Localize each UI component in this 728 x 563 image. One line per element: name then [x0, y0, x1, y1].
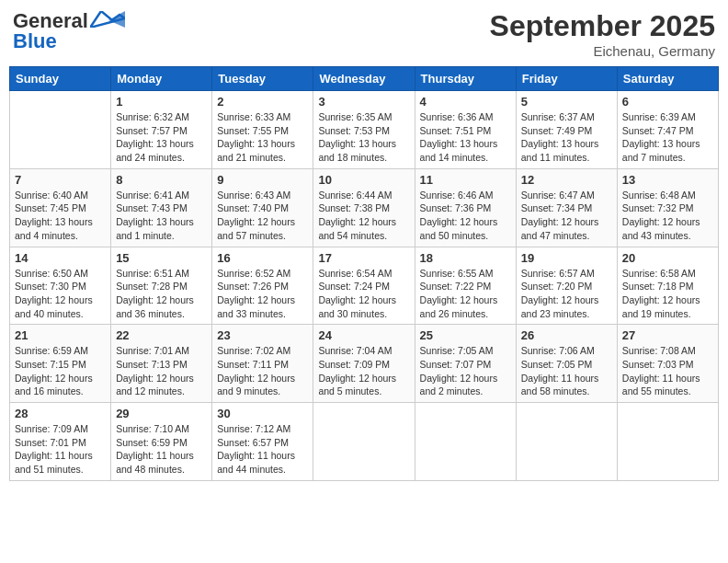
day-number: 22 — [116, 328, 207, 342]
calendar-week-row: 1Sunrise: 6:32 AM Sunset: 7:57 PM Daylig… — [10, 91, 719, 169]
day-number: 24 — [318, 328, 409, 342]
calendar-cell: 28Sunrise: 7:09 AM Sunset: 7:01 PM Dayli… — [10, 403, 111, 481]
calendar-header-row: SundayMondayTuesdayWednesdayThursdayFrid… — [10, 67, 719, 91]
calendar-cell: 22Sunrise: 7:01 AM Sunset: 7:13 PM Dayli… — [111, 325, 212, 403]
day-info: Sunrise: 6:55 AM Sunset: 7:22 PM Dayligh… — [420, 267, 511, 321]
calendar-cell: 27Sunrise: 7:08 AM Sunset: 7:03 PM Dayli… — [617, 325, 718, 403]
day-number: 8 — [116, 173, 207, 187]
day-info: Sunrise: 6:59 AM Sunset: 7:15 PM Dayligh… — [15, 344, 106, 398]
calendar-cell: 11Sunrise: 6:46 AM Sunset: 7:36 PM Dayli… — [415, 168, 516, 247]
day-number: 6 — [622, 95, 713, 109]
day-number: 13 — [622, 173, 713, 187]
calendar-cell: 25Sunrise: 7:05 AM Sunset: 7:07 PM Dayli… — [415, 325, 516, 403]
calendar-cell: 23Sunrise: 7:02 AM Sunset: 7:11 PM Dayli… — [212, 325, 313, 403]
day-number: 9 — [217, 173, 308, 187]
day-info: Sunrise: 6:37 AM Sunset: 7:49 PM Dayligh… — [521, 110, 612, 165]
calendar-cell: 2Sunrise: 6:33 AM Sunset: 7:55 PM Daylig… — [212, 91, 313, 169]
calendar-cell: 19Sunrise: 6:57 AM Sunset: 7:20 PM Dayli… — [516, 247, 617, 325]
day-number: 2 — [217, 95, 308, 109]
day-number: 21 — [15, 328, 106, 342]
page-header: General Blue September 2025 Eichenau, Ge… — [9, 9, 719, 59]
day-info: Sunrise: 6:32 AM Sunset: 7:57 PM Dayligh… — [116, 110, 207, 165]
day-number: 28 — [15, 407, 106, 420]
day-number: 29 — [116, 407, 207, 420]
day-number: 15 — [116, 251, 207, 265]
calendar-cell: 6Sunrise: 6:39 AM Sunset: 7:47 PM Daylig… — [617, 91, 718, 169]
day-info: Sunrise: 7:10 AM Sunset: 6:59 PM Dayligh… — [116, 422, 207, 477]
calendar-cell: 13Sunrise: 6:48 AM Sunset: 7:32 PM Dayli… — [617, 168, 718, 247]
day-info: Sunrise: 6:54 AM Sunset: 7:24 PM Dayligh… — [318, 267, 409, 321]
calendar-cell: 10Sunrise: 6:44 AM Sunset: 7:38 PM Dayli… — [313, 168, 415, 247]
calendar-cell: 26Sunrise: 7:06 AM Sunset: 7:05 PM Dayli… — [516, 325, 617, 403]
calendar-cell: 21Sunrise: 6:59 AM Sunset: 7:15 PM Dayli… — [10, 325, 111, 403]
day-info: Sunrise: 6:46 AM Sunset: 7:36 PM Dayligh… — [420, 189, 511, 243]
day-info: Sunrise: 6:48 AM Sunset: 7:32 PM Dayligh… — [622, 189, 713, 243]
day-info: Sunrise: 6:57 AM Sunset: 7:20 PM Dayligh… — [521, 267, 612, 321]
calendar-cell: 3Sunrise: 6:35 AM Sunset: 7:53 PM Daylig… — [313, 91, 415, 169]
calendar-week-row: 14Sunrise: 6:50 AM Sunset: 7:30 PM Dayli… — [10, 247, 719, 325]
calendar-cell: 29Sunrise: 7:10 AM Sunset: 6:59 PM Dayli… — [111, 403, 212, 481]
calendar-cell: 18Sunrise: 6:55 AM Sunset: 7:22 PM Dayli… — [415, 247, 516, 325]
day-info: Sunrise: 6:44 AM Sunset: 7:38 PM Dayligh… — [318, 189, 409, 243]
weekday-header: Monday — [111, 67, 212, 91]
weekday-header: Saturday — [617, 67, 718, 91]
calendar-cell: 1Sunrise: 6:32 AM Sunset: 7:57 PM Daylig… — [111, 91, 212, 169]
title-block: September 2025 Eichenau, Germany — [490, 9, 715, 59]
weekday-header: Wednesday — [313, 67, 415, 91]
calendar-cell: 30Sunrise: 7:12 AM Sunset: 6:57 PM Dayli… — [212, 403, 313, 481]
day-info: Sunrise: 6:58 AM Sunset: 7:18 PM Dayligh… — [622, 267, 713, 321]
calendar-cell — [617, 403, 718, 481]
day-number: 20 — [622, 251, 713, 265]
calendar-cell: 8Sunrise: 6:41 AM Sunset: 7:43 PM Daylig… — [111, 168, 212, 247]
calendar-cell: 9Sunrise: 6:43 AM Sunset: 7:40 PM Daylig… — [212, 168, 313, 247]
day-number: 5 — [521, 95, 612, 109]
day-number: 16 — [217, 251, 308, 265]
day-number: 25 — [420, 328, 511, 342]
day-number: 27 — [622, 328, 713, 342]
logo-blue: Blue — [13, 29, 57, 53]
day-number: 1 — [116, 95, 207, 109]
weekday-header: Friday — [516, 67, 617, 91]
calendar-week-row: 7Sunrise: 6:40 AM Sunset: 7:45 PM Daylig… — [10, 168, 719, 247]
day-number: 10 — [318, 173, 409, 187]
day-number: 12 — [521, 173, 612, 187]
calendar-cell — [10, 91, 111, 169]
calendar-cell: 7Sunrise: 6:40 AM Sunset: 7:45 PM Daylig… — [10, 168, 111, 247]
day-number: 18 — [420, 251, 511, 265]
day-info: Sunrise: 6:43 AM Sunset: 7:40 PM Dayligh… — [217, 189, 308, 243]
day-info: Sunrise: 7:12 AM Sunset: 6:57 PM Dayligh… — [217, 422, 308, 477]
location: Eichenau, Germany — [490, 43, 715, 59]
day-number: 3 — [318, 95, 409, 109]
svg-marker-1 — [108, 11, 125, 28]
day-number: 7 — [15, 173, 106, 187]
logo-icon — [90, 11, 125, 28]
calendar-cell: 4Sunrise: 6:36 AM Sunset: 7:51 PM Daylig… — [415, 91, 516, 169]
day-info: Sunrise: 6:35 AM Sunset: 7:53 PM Dayligh… — [318, 110, 409, 165]
day-info: Sunrise: 7:02 AM Sunset: 7:11 PM Dayligh… — [217, 344, 308, 398]
calendar-cell — [415, 403, 516, 481]
day-info: Sunrise: 6:41 AM Sunset: 7:43 PM Dayligh… — [116, 189, 207, 243]
weekday-header: Sunday — [10, 67, 111, 91]
day-info: Sunrise: 7:04 AM Sunset: 7:09 PM Dayligh… — [318, 344, 409, 398]
day-number: 4 — [420, 95, 511, 109]
calendar-cell: 24Sunrise: 7:04 AM Sunset: 7:09 PM Dayli… — [313, 325, 415, 403]
day-number: 26 — [521, 328, 612, 342]
calendar-cell: 20Sunrise: 6:58 AM Sunset: 7:18 PM Dayli… — [617, 247, 718, 325]
weekday-header: Thursday — [415, 67, 516, 91]
day-number: 11 — [420, 173, 511, 187]
calendar-table: SundayMondayTuesdayWednesdayThursdayFrid… — [9, 66, 719, 481]
calendar-cell — [516, 403, 617, 481]
day-info: Sunrise: 6:52 AM Sunset: 7:26 PM Dayligh… — [217, 267, 308, 321]
day-info: Sunrise: 6:39 AM Sunset: 7:47 PM Dayligh… — [622, 110, 713, 165]
day-info: Sunrise: 7:09 AM Sunset: 7:01 PM Dayligh… — [15, 422, 106, 477]
day-info: Sunrise: 6:33 AM Sunset: 7:55 PM Dayligh… — [217, 110, 308, 165]
day-number: 30 — [217, 407, 308, 420]
day-info: Sunrise: 7:05 AM Sunset: 7:07 PM Dayligh… — [420, 344, 511, 398]
weekday-header: Tuesday — [212, 67, 313, 91]
calendar-cell — [313, 403, 415, 481]
calendar-cell: 15Sunrise: 6:51 AM Sunset: 7:28 PM Dayli… — [111, 247, 212, 325]
day-info: Sunrise: 7:08 AM Sunset: 7:03 PM Dayligh… — [622, 344, 713, 398]
day-info: Sunrise: 6:36 AM Sunset: 7:51 PM Dayligh… — [420, 110, 511, 165]
day-info: Sunrise: 6:50 AM Sunset: 7:30 PM Dayligh… — [15, 267, 106, 321]
day-info: Sunrise: 6:40 AM Sunset: 7:45 PM Dayligh… — [15, 189, 106, 243]
